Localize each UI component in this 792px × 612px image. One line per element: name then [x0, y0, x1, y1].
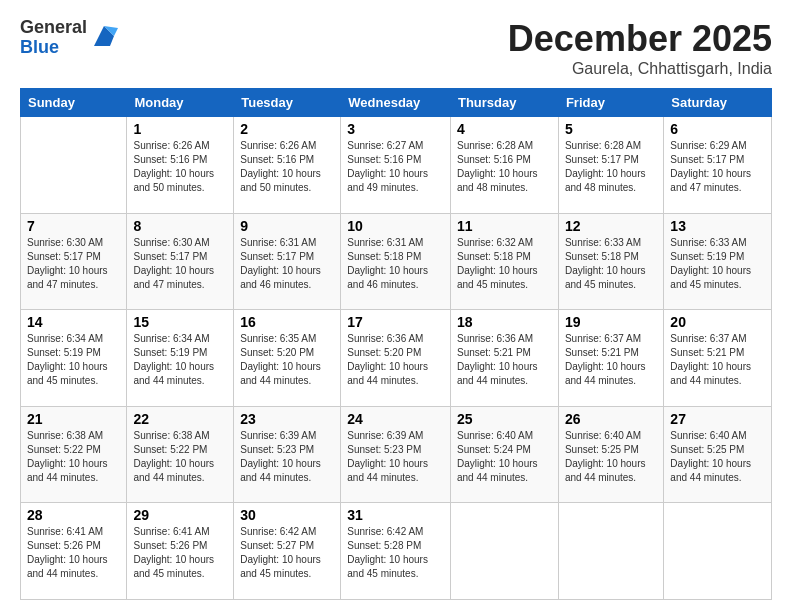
day-info: Sunrise: 6:40 AM Sunset: 5:24 PM Dayligh… [457, 429, 552, 485]
week-row-5: 28Sunrise: 6:41 AM Sunset: 5:26 PM Dayli… [21, 503, 772, 600]
calendar-cell: 10Sunrise: 6:31 AM Sunset: 5:18 PM Dayli… [341, 213, 451, 310]
day-info: Sunrise: 6:39 AM Sunset: 5:23 PM Dayligh… [240, 429, 334, 485]
day-number: 27 [670, 411, 765, 427]
day-number: 3 [347, 121, 444, 137]
day-info: Sunrise: 6:42 AM Sunset: 5:27 PM Dayligh… [240, 525, 334, 581]
day-info: Sunrise: 6:35 AM Sunset: 5:20 PM Dayligh… [240, 332, 334, 388]
day-info: Sunrise: 6:30 AM Sunset: 5:17 PM Dayligh… [133, 236, 227, 292]
calendar-title: December 2025 [508, 18, 772, 60]
day-number: 8 [133, 218, 227, 234]
day-number: 15 [133, 314, 227, 330]
day-info: Sunrise: 6:38 AM Sunset: 5:22 PM Dayligh… [27, 429, 120, 485]
calendar-cell: 18Sunrise: 6:36 AM Sunset: 5:21 PM Dayli… [450, 310, 558, 407]
day-info: Sunrise: 6:28 AM Sunset: 5:16 PM Dayligh… [457, 139, 552, 195]
calendar-cell: 15Sunrise: 6:34 AM Sunset: 5:19 PM Dayli… [127, 310, 234, 407]
calendar-table: SundayMondayTuesdayWednesdayThursdayFrid… [20, 88, 772, 600]
calendar-cell: 19Sunrise: 6:37 AM Sunset: 5:21 PM Dayli… [558, 310, 663, 407]
day-number: 11 [457, 218, 552, 234]
calendar-cell [450, 503, 558, 600]
week-row-3: 14Sunrise: 6:34 AM Sunset: 5:19 PM Dayli… [21, 310, 772, 407]
calendar-cell [558, 503, 663, 600]
day-number: 4 [457, 121, 552, 137]
logo-general: General [20, 17, 87, 37]
day-number: 10 [347, 218, 444, 234]
day-info: Sunrise: 6:32 AM Sunset: 5:18 PM Dayligh… [457, 236, 552, 292]
calendar-cell: 31Sunrise: 6:42 AM Sunset: 5:28 PM Dayli… [341, 503, 451, 600]
day-info: Sunrise: 6:41 AM Sunset: 5:26 PM Dayligh… [27, 525, 120, 581]
week-row-2: 7Sunrise: 6:30 AM Sunset: 5:17 PM Daylig… [21, 213, 772, 310]
day-number: 19 [565, 314, 657, 330]
day-info: Sunrise: 6:36 AM Sunset: 5:21 PM Dayligh… [457, 332, 552, 388]
calendar-subtitle: Gaurela, Chhattisgarh, India [508, 60, 772, 78]
day-info: Sunrise: 6:31 AM Sunset: 5:18 PM Dayligh… [347, 236, 444, 292]
day-number: 5 [565, 121, 657, 137]
day-number: 6 [670, 121, 765, 137]
day-number: 20 [670, 314, 765, 330]
day-info: Sunrise: 6:29 AM Sunset: 5:17 PM Dayligh… [670, 139, 765, 195]
day-info: Sunrise: 6:33 AM Sunset: 5:19 PM Dayligh… [670, 236, 765, 292]
day-number: 21 [27, 411, 120, 427]
calendar-cell [664, 503, 772, 600]
weekday-wednesday: Wednesday [341, 89, 451, 117]
calendar-cell: 24Sunrise: 6:39 AM Sunset: 5:23 PM Dayli… [341, 406, 451, 503]
day-number: 29 [133, 507, 227, 523]
day-number: 23 [240, 411, 334, 427]
calendar-cell: 11Sunrise: 6:32 AM Sunset: 5:18 PM Dayli… [450, 213, 558, 310]
day-info: Sunrise: 6:36 AM Sunset: 5:20 PM Dayligh… [347, 332, 444, 388]
calendar-cell: 1Sunrise: 6:26 AM Sunset: 5:16 PM Daylig… [127, 117, 234, 214]
day-info: Sunrise: 6:38 AM Sunset: 5:22 PM Dayligh… [133, 429, 227, 485]
calendar-cell: 6Sunrise: 6:29 AM Sunset: 5:17 PM Daylig… [664, 117, 772, 214]
calendar-cell: 30Sunrise: 6:42 AM Sunset: 5:27 PM Dayli… [234, 503, 341, 600]
calendar-cell [21, 117, 127, 214]
calendar-cell: 23Sunrise: 6:39 AM Sunset: 5:23 PM Dayli… [234, 406, 341, 503]
day-info: Sunrise: 6:30 AM Sunset: 5:17 PM Dayligh… [27, 236, 120, 292]
logo: General Blue [20, 18, 118, 58]
calendar-cell: 16Sunrise: 6:35 AM Sunset: 5:20 PM Dayli… [234, 310, 341, 407]
week-row-1: 1Sunrise: 6:26 AM Sunset: 5:16 PM Daylig… [21, 117, 772, 214]
day-number: 13 [670, 218, 765, 234]
calendar-cell: 7Sunrise: 6:30 AM Sunset: 5:17 PM Daylig… [21, 213, 127, 310]
calendar-cell: 12Sunrise: 6:33 AM Sunset: 5:18 PM Dayli… [558, 213, 663, 310]
day-info: Sunrise: 6:26 AM Sunset: 5:16 PM Dayligh… [240, 139, 334, 195]
day-info: Sunrise: 6:40 AM Sunset: 5:25 PM Dayligh… [565, 429, 657, 485]
day-number: 2 [240, 121, 334, 137]
logo-text: General Blue [20, 18, 87, 58]
weekday-tuesday: Tuesday [234, 89, 341, 117]
calendar-cell: 21Sunrise: 6:38 AM Sunset: 5:22 PM Dayli… [21, 406, 127, 503]
weekday-header-row: SundayMondayTuesdayWednesdayThursdayFrid… [21, 89, 772, 117]
calendar-cell: 13Sunrise: 6:33 AM Sunset: 5:19 PM Dayli… [664, 213, 772, 310]
day-info: Sunrise: 6:39 AM Sunset: 5:23 PM Dayligh… [347, 429, 444, 485]
calendar-cell: 4Sunrise: 6:28 AM Sunset: 5:16 PM Daylig… [450, 117, 558, 214]
calendar-cell: 27Sunrise: 6:40 AM Sunset: 5:25 PM Dayli… [664, 406, 772, 503]
day-number: 31 [347, 507, 444, 523]
day-number: 30 [240, 507, 334, 523]
logo-icon [90, 22, 118, 50]
day-number: 17 [347, 314, 444, 330]
day-info: Sunrise: 6:26 AM Sunset: 5:16 PM Dayligh… [133, 139, 227, 195]
day-info: Sunrise: 6:41 AM Sunset: 5:26 PM Dayligh… [133, 525, 227, 581]
calendar-cell: 25Sunrise: 6:40 AM Sunset: 5:24 PM Dayli… [450, 406, 558, 503]
day-info: Sunrise: 6:37 AM Sunset: 5:21 PM Dayligh… [670, 332, 765, 388]
day-info: Sunrise: 6:34 AM Sunset: 5:19 PM Dayligh… [133, 332, 227, 388]
day-info: Sunrise: 6:34 AM Sunset: 5:19 PM Dayligh… [27, 332, 120, 388]
day-info: Sunrise: 6:40 AM Sunset: 5:25 PM Dayligh… [670, 429, 765, 485]
calendar-cell: 22Sunrise: 6:38 AM Sunset: 5:22 PM Dayli… [127, 406, 234, 503]
day-number: 24 [347, 411, 444, 427]
day-number: 1 [133, 121, 227, 137]
day-info: Sunrise: 6:28 AM Sunset: 5:17 PM Dayligh… [565, 139, 657, 195]
day-info: Sunrise: 6:27 AM Sunset: 5:16 PM Dayligh… [347, 139, 444, 195]
day-info: Sunrise: 6:37 AM Sunset: 5:21 PM Dayligh… [565, 332, 657, 388]
calendar-cell: 9Sunrise: 6:31 AM Sunset: 5:17 PM Daylig… [234, 213, 341, 310]
week-row-4: 21Sunrise: 6:38 AM Sunset: 5:22 PM Dayli… [21, 406, 772, 503]
calendar-cell: 28Sunrise: 6:41 AM Sunset: 5:26 PM Dayli… [21, 503, 127, 600]
logo-blue: Blue [20, 37, 59, 57]
weekday-friday: Friday [558, 89, 663, 117]
day-info: Sunrise: 6:42 AM Sunset: 5:28 PM Dayligh… [347, 525, 444, 581]
title-block: December 2025 Gaurela, Chhattisgarh, Ind… [508, 18, 772, 78]
day-number: 7 [27, 218, 120, 234]
weekday-thursday: Thursday [450, 89, 558, 117]
calendar-header: General Blue December 2025 Gaurela, Chha… [20, 18, 772, 78]
weekday-monday: Monday [127, 89, 234, 117]
weekday-sunday: Sunday [21, 89, 127, 117]
calendar-cell: 3Sunrise: 6:27 AM Sunset: 5:16 PM Daylig… [341, 117, 451, 214]
